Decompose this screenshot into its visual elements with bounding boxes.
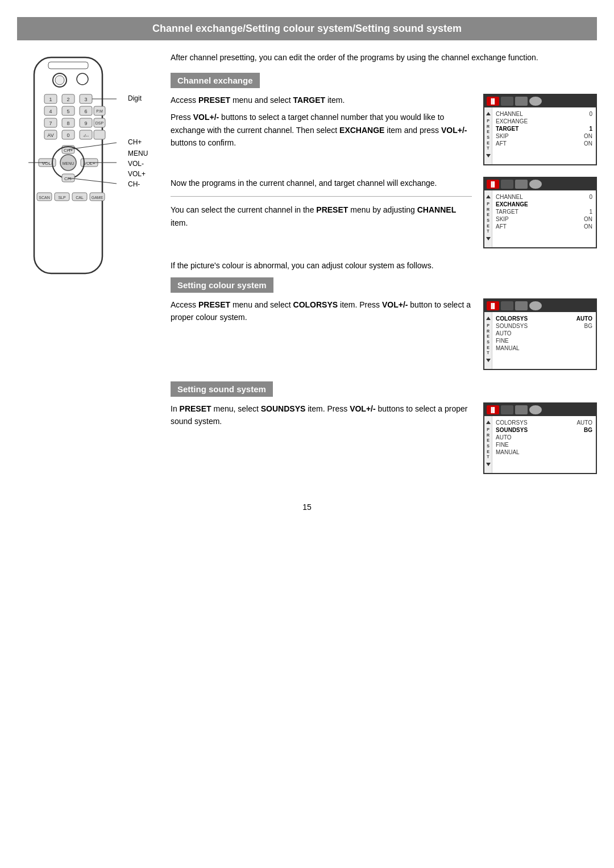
down-arrow-icon-3 (486, 359, 491, 362)
svg-text:CH+: CH+ (64, 148, 73, 153)
ce-para3: Now the programs in the current channel,… (171, 177, 472, 189)
screen-icon-circle3 (529, 301, 542, 310)
colour-intro: If the picture's colour is abnormal, you… (171, 260, 597, 272)
screen-icon-circle4 (529, 405, 542, 414)
screen-icon-dark3 (501, 301, 513, 310)
ce-para2: Press VOL+/- buttons to select a target … (171, 111, 472, 149)
sound-header: Setting sound system (171, 381, 273, 397)
sound-row: In PRESET menu, select SOUNDSYS item. Pr… (171, 402, 597, 474)
screen-body-2: P R E S E T CHANNEL 0 (484, 190, 596, 247)
screen-body-1: P R E S E T CHANNEL 0 (484, 107, 596, 164)
channel-exchange-section: Channel exchange Access PRESET menu and … (171, 73, 597, 248)
screen-main-2: CHANNEL 0 EXCHANGE TARGET 1 (492, 190, 596, 247)
colour-header: Setting colour system (171, 277, 273, 293)
up-arrow-icon-4 (486, 421, 491, 424)
screen-row-aft: AFT ON (496, 140, 592, 147)
screen-top-bar-4: ▐▌ (484, 404, 596, 416)
screen4-row-soundsys: SOUNDSYS BG (496, 427, 592, 433)
svg-text:GAME: GAME (92, 196, 103, 200)
svg-text:MENU: MENU (63, 161, 74, 165)
svg-point-3 (55, 76, 64, 85)
screen3-row-manual: MANUAL (496, 345, 592, 351)
screen-icon-medium4 (515, 405, 528, 414)
remote-labels-area: 1 2 3 4 5 6 P.M 7 8 (17, 52, 165, 292)
right-column: After channel presetting, you can edit t… (165, 52, 597, 485)
page-header: Channel exchange/Setting colour system/S… (17, 17, 597, 40)
svg-point-4 (77, 73, 88, 85)
screen4-row-auto: AUTO (496, 434, 592, 441)
screen2-row-channel: CHANNEL 0 (496, 194, 592, 200)
screen2-row-target: TARGET 1 (496, 209, 592, 215)
ch-plus-label: CH+ (128, 138, 142, 146)
screen3-row-auto: AUTO (496, 330, 592, 337)
svg-text:3: 3 (84, 97, 87, 102)
svg-text:4: 4 (49, 109, 52, 114)
svg-text:SCAN: SCAN (39, 196, 49, 200)
remote-control-image: 1 2 3 4 5 6 P.M 7 8 (17, 52, 119, 290)
svg-text:SLP: SLP (58, 196, 66, 200)
screen-sidebar-4: P R E S E T (484, 416, 492, 473)
screen-top-bar-3: ▐▌ (484, 300, 596, 312)
channel-exchange-row2: Now the programs in the current channel,… (171, 177, 597, 248)
colour-row: Access PRESET menu and select COLORSYS i… (171, 298, 597, 370)
up-arrow-icon-2 (486, 195, 491, 198)
channel-exchange-row1: Access PRESET menu and select TARGET ite… (171, 94, 597, 165)
screen-row-target: TARGET 1 (496, 126, 592, 132)
screen-icon-red: ▐▌ (487, 97, 499, 106)
screen-main-4: COLORSYS AUTO SOUNDSYS BG AUTO (492, 416, 596, 473)
screen-icon-red2: ▐▌ (487, 180, 499, 189)
screen-icon-medium2 (515, 180, 528, 189)
screen4-row-manual: MANUAL (496, 449, 592, 455)
screen-icon-circle2 (529, 180, 542, 189)
svg-text:CH-: CH- (64, 176, 73, 181)
channel-exchange-text1: Access PRESET menu and select TARGET ite… (171, 94, 472, 154)
screen-icon-dark1 (501, 97, 513, 106)
sound-section: Setting sound system In PRESET menu, sel… (171, 381, 597, 474)
screen-sidebar-2: P R E S E T (484, 190, 492, 247)
down-arrow-icon-2 (486, 237, 491, 240)
screen-icon-medium3 (515, 301, 528, 310)
screen-body-4: P R E S E T COLORSYS AUTO (484, 416, 596, 473)
svg-line-58 (68, 178, 117, 184)
screen3-row-fine: FINE (496, 338, 592, 344)
screen-body-3: P R E S E T COLORSYS AUTO (484, 312, 596, 369)
up-arrow-icon-3 (486, 317, 491, 320)
screen-mockup-4: ▐▌ P R E S E T (483, 402, 597, 474)
up-arrow-icon (486, 112, 491, 115)
screen-icon-circle (529, 97, 542, 106)
svg-text:VOL+: VOL+ (84, 161, 96, 166)
vol-plus-label: VOL+ (128, 170, 146, 178)
svg-text:P.M: P.M (96, 109, 103, 113)
screen-row-exchange: EXCHANGE (496, 118, 592, 124)
svg-text:CAL: CAL (76, 196, 84, 200)
screen-top-bar-2: ▐▌ (484, 178, 596, 190)
channel-exchange-text2: Now the programs in the current channel,… (171, 177, 472, 234)
screen-icon-dark2 (501, 180, 513, 189)
screen-icon-red4: ▐▌ (487, 405, 499, 414)
colour-section: Setting colour system Access PRESET menu… (171, 277, 597, 370)
colour-para1: Access PRESET menu and select COLORSYS i… (171, 298, 472, 324)
screen4-row-colorsys: COLORSYS AUTO (496, 420, 592, 426)
sound-para1: In PRESET menu, select SOUNDSYS item. Pr… (171, 402, 472, 428)
screen-mockup-2: ▐▌ P R E S E T (483, 177, 597, 248)
screen2-row-aft: AFT ON (496, 223, 592, 230)
screen3-row-colorsys: COLORSYS AUTO (496, 315, 592, 322)
screen-icon-medium1 (515, 97, 528, 106)
svg-text:1: 1 (49, 97, 52, 102)
svg-text:DSP: DSP (96, 121, 104, 125)
screen-row-channel: CHANNEL 0 (496, 111, 592, 117)
screen-sidebar-1: P R E S E T (484, 107, 492, 164)
ce-para4: You can select the current channel in th… (171, 203, 472, 229)
screen-main-3: COLORSYS AUTO SOUNDSYS BG AUTO (492, 312, 596, 369)
svg-text:8: 8 (67, 121, 69, 126)
screen-mockup-3: ▐▌ P R E S E T (483, 298, 597, 370)
svg-rect-1 (48, 62, 88, 69)
down-arrow-icon (486, 154, 491, 157)
channel-exchange-header: Channel exchange (171, 73, 260, 88)
sound-text: In PRESET menu, select SOUNDSYS item. Pr… (171, 402, 472, 433)
svg-text:2: 2 (67, 97, 69, 102)
screen4-row-fine: FINE (496, 442, 592, 448)
screen-top-bar-1: ▐▌ (484, 95, 596, 107)
screen2-row-skip: SKIP ON (496, 216, 592, 222)
screen3-row-soundsys: SOUNDSYS BG (496, 323, 592, 329)
